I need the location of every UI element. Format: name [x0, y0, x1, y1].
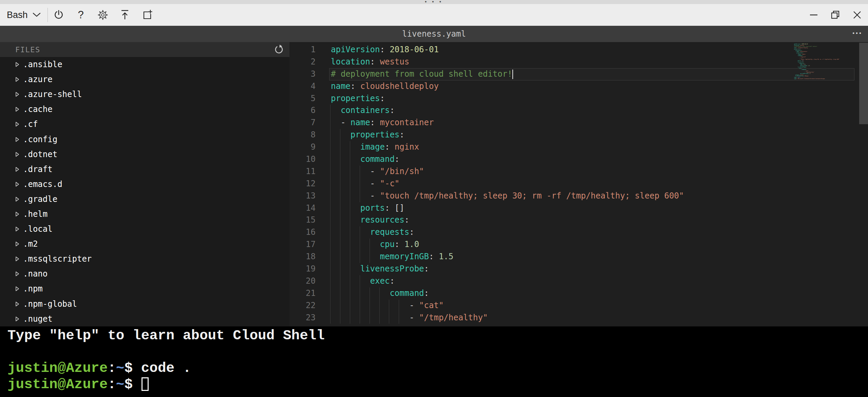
file-tree-item[interactable]: .gradle [0, 192, 289, 207]
code-line-text: # deployment from cloud shell editor! [331, 68, 512, 80]
file-tree-item[interactable]: .mssqlscripter [0, 251, 289, 266]
folder-name: .npm-global [23, 299, 77, 309]
indent-guide [330, 166, 331, 178]
indent-guide [360, 226, 360, 239]
code-token: : [385, 142, 395, 152]
restart-shell-button[interactable] [48, 5, 70, 24]
file-tree-item[interactable]: .emacs.d [0, 177, 289, 192]
code-line-text: - "cat" [409, 300, 444, 312]
code-line-text: - "/bin/sh" [370, 166, 424, 178]
line-number: 6 [289, 105, 316, 117]
code-token: # deployment from cloud shell editor! [331, 69, 512, 79]
file-tree-item[interactable]: .m2 [0, 237, 289, 251]
code-line-text: exec: [370, 275, 395, 287]
chevron-right-icon [15, 167, 19, 172]
file-list: .ansible .azure .azure-shell .cache .cf … [0, 57, 289, 326]
refresh-files-button[interactable] [273, 44, 285, 55]
indent-guide [360, 166, 360, 178]
window-grip[interactable]: • • • [0, 0, 868, 4]
line-number: 19 [289, 263, 316, 275]
indent-guide [340, 202, 340, 214]
code-line: 18memoryInGB: 1.5 [289, 251, 868, 263]
text-cursor [512, 70, 513, 79]
indent-guide [350, 214, 350, 226]
line-number: 21 [289, 287, 316, 300]
close-icon [852, 10, 862, 20]
file-tree-item[interactable]: .nano [0, 266, 289, 281]
code-line: 21command: [289, 287, 868, 300]
terminal-history: justin@Azure:~$ code .justin@Azure:~$ [7, 360, 868, 393]
code-token: - [370, 191, 380, 201]
chevron-right-icon [15, 211, 19, 217]
file-tree-item[interactable]: .npm-global [0, 297, 289, 311]
indent-guide [370, 287, 370, 300]
minimap-token: Microsoft.ContainerInstance/containerGro… [798, 78, 825, 79]
indent-guide [340, 275, 340, 287]
file-tree-item[interactable]: .config [0, 132, 289, 147]
file-tree-item[interactable]: .ansible [0, 57, 289, 72]
indent-guide [330, 141, 331, 153]
code-token: : [370, 118, 380, 127]
settings-button[interactable] [92, 5, 114, 24]
code-line: 5properties: [289, 93, 868, 105]
code-line: 3# deployment from cloud shell editor! [289, 68, 868, 80]
terminal-cursor [141, 377, 149, 391]
code-token: : [380, 45, 390, 54]
code-token: mycontainer [380, 118, 434, 127]
code-token: name [331, 81, 351, 91]
line-number: 14 [289, 202, 316, 214]
code-line-text: - "/tmp/healthy" [409, 312, 488, 324]
line-number: 10 [289, 153, 316, 166]
indent-guide [350, 239, 350, 251]
file-tree-item[interactable]: .npm [0, 281, 289, 296]
minimap-token: "touch /tmp/healthy; sleep 30; rm -rf /t… [800, 59, 839, 60]
code-token: "-c" [380, 179, 400, 188]
file-tree-item[interactable]: .dotnet [0, 147, 289, 162]
code-token: - [409, 301, 419, 310]
file-tree-item[interactable]: .cf [0, 117, 289, 132]
indent-guide [399, 300, 399, 312]
indent-guide [340, 312, 340, 324]
code-token: cpu [380, 240, 395, 249]
close-button[interactable] [846, 5, 868, 24]
code-token: - [370, 179, 380, 188]
file-tree-item[interactable]: .azure [0, 72, 289, 87]
line-number: 11 [289, 166, 316, 178]
open-new-session-button[interactable] [136, 5, 158, 24]
indent-guide [350, 202, 350, 214]
code-line-text: command: [360, 153, 400, 166]
help-button[interactable]: ? [70, 5, 92, 24]
shell-selector-label: Bash [7, 10, 28, 20]
file-explorer: FILES .ansible .azure .azure-shell .cach… [0, 42, 289, 326]
code-line-text: command: [390, 287, 429, 300]
folder-name: .cf [23, 119, 38, 129]
editor-scrollbar-thumb[interactable] [859, 43, 868, 124]
open-file-name: liveness.yaml [402, 29, 466, 39]
editor-menu-button[interactable]: ••• [852, 26, 863, 42]
minimap[interactable]: apiVersion: 2018-06-01location: westus# … [794, 43, 851, 83]
restore-button[interactable] [825, 5, 846, 24]
shell-selector-dropdown[interactable]: Bash [7, 10, 41, 20]
prompt-path: ~ [116, 377, 125, 392]
indent-guide [340, 251, 340, 263]
indent-guide [360, 300, 360, 312]
folder-name: .ansible [23, 60, 62, 69]
file-tree-item[interactable]: .cache [0, 102, 289, 117]
code-line: 6containers: [289, 105, 868, 117]
question-mark-icon: ? [78, 9, 83, 21]
terminal[interactable]: Type "help" to learn about Cloud Shell j… [0, 326, 868, 397]
file-tree-item[interactable]: .nuget [0, 311, 289, 326]
indent-guide [360, 251, 360, 263]
upload-download-button[interactable] [114, 5, 136, 24]
file-tree-item[interactable]: .draft [0, 162, 289, 177]
indent-guide [360, 275, 360, 287]
file-tree-item[interactable]: .azure-shell [0, 87, 289, 102]
line-number: 4 [289, 80, 316, 93]
file-tree-item[interactable]: .helm [0, 207, 289, 222]
minimize-button[interactable] [803, 5, 825, 24]
line-number: 13 [289, 190, 316, 202]
code-editor[interactable]: 1apiVersion: 2018-06-012location: westus… [289, 42, 868, 326]
file-tree-item[interactable]: .local [0, 222, 289, 237]
indent-guide [350, 263, 350, 275]
cloud-shell-window: • • • Bash ? [0, 0, 868, 397]
